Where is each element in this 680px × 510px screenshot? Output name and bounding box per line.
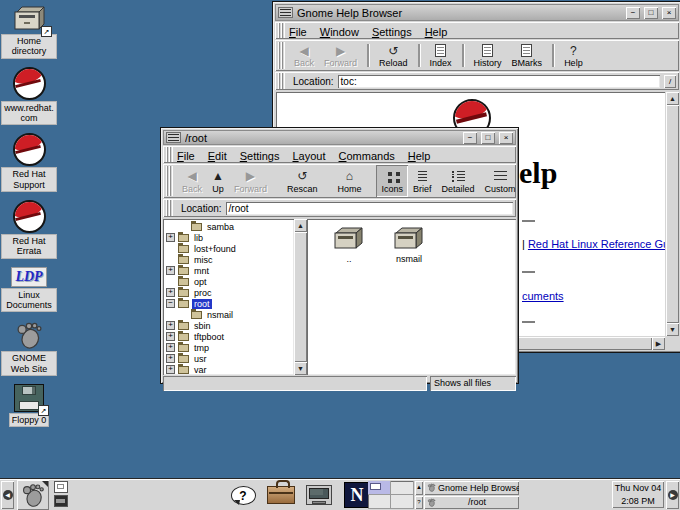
desktop-icon-floppy-0[interactable]: ↗Floppy 0 xyxy=(10,384,49,426)
desktop-icon-www-redhat-com[interactable]: www.redhat. com xyxy=(2,67,56,125)
desktop-icon-linux-documents[interactable]: LDPLinux Documents xyxy=(2,267,56,312)
tree-expander-icon[interactable]: + xyxy=(166,365,175,374)
task-button-gnome-help-browser[interactable]: Gnome Help Browser xyxy=(424,481,519,495)
main-menu-button[interactable] xyxy=(17,480,49,510)
vertical-scrollbar[interactable]: ▲ ▼ xyxy=(666,92,679,336)
minimize-button[interactable]: − xyxy=(626,7,640,19)
menu-window[interactable]: Window xyxy=(320,26,359,38)
tree-item-opt[interactable]: opt xyxy=(163,276,294,287)
scroll-down-icon[interactable]: ▼ xyxy=(294,362,307,375)
launcher-toolbox[interactable] xyxy=(266,481,296,509)
tree-expander-icon[interactable]: + xyxy=(166,288,175,297)
window-menu-icon[interactable] xyxy=(278,7,293,18)
desktop-icon-home-directory[interactable]: ↗Home directory xyxy=(2,3,56,58)
scroll-up-icon[interactable]: ▲ xyxy=(294,219,307,232)
handle-grip-icon[interactable] xyxy=(166,166,173,196)
tree-expander-icon[interactable]: + xyxy=(166,332,175,341)
desk-guide-cell[interactable] xyxy=(368,495,391,509)
toolbar-button-rescan[interactable]: ↺Rescan xyxy=(282,165,323,197)
fm-titlebar[interactable]: /root − □ × xyxy=(163,130,516,145)
scroll-right-icon[interactable]: ▶ xyxy=(652,337,665,350)
tree-item-misc[interactable]: misc xyxy=(163,254,294,265)
toolbar-button-home[interactable]: ⌂Home xyxy=(332,165,366,197)
panel-hide-right-button[interactable]: ▶ xyxy=(666,481,679,509)
tree-item-nsmail[interactable]: nsmail xyxy=(163,309,294,320)
tree-item-usr[interactable]: +usr xyxy=(163,353,294,364)
menu-file[interactable]: File xyxy=(289,26,307,38)
desktop-icon-red-hat-support[interactable]: Red Hat Support xyxy=(2,133,56,191)
tree-item-tmp[interactable]: +tmp xyxy=(163,342,294,353)
toolbar-button-back[interactable]: ◀Back xyxy=(289,41,319,70)
toolbar-button-back[interactable]: ◀Back xyxy=(177,165,207,197)
handle-grip-icon[interactable] xyxy=(166,200,173,216)
tree-item-var[interactable]: +var xyxy=(163,364,294,375)
desktop-thumbnail[interactable] xyxy=(54,495,68,507)
menu-commands[interactable]: Commands xyxy=(339,150,395,162)
file-icon-nsmail[interactable]: nsmail xyxy=(381,223,437,264)
desktop-thumbnail[interactable] xyxy=(54,481,68,493)
menu-settings[interactable]: Settings xyxy=(372,26,412,38)
location-input[interactable]: toc: xyxy=(338,75,660,88)
close-button[interactable]: × xyxy=(662,7,676,19)
toolbar-button-up[interactable]: ▲Up xyxy=(207,165,229,197)
toolbar-button-custom[interactable]: Custom xyxy=(480,165,521,197)
desktop-thumbnails-applet[interactable] xyxy=(53,481,69,509)
minimize-button[interactable]: − xyxy=(463,132,477,144)
maximize-button[interactable]: □ xyxy=(644,7,658,19)
tree-item-root[interactable]: −root xyxy=(163,298,294,309)
handle-grip-icon[interactable] xyxy=(278,23,285,38)
task-button-root[interactable]: /root xyxy=(424,496,519,510)
toolbar-button-bmarks[interactable]: BMarks xyxy=(507,41,548,70)
window-menu-icon[interactable] xyxy=(166,132,181,143)
menu-layout[interactable]: Layout xyxy=(292,150,325,162)
menu-edit[interactable]: Edit xyxy=(208,150,227,162)
link-documents-fragment[interactable]: cuments xyxy=(522,290,564,302)
tree-scrollbar[interactable]: ▲ ▼ xyxy=(294,219,307,375)
tree-item-tftpboot[interactable]: +tftpboot xyxy=(163,331,294,342)
toolbar-button-reload[interactable]: ↺Reload xyxy=(374,41,413,70)
desk-guide-cell[interactable] xyxy=(391,495,414,509)
menu-settings[interactable]: Settings xyxy=(240,150,280,162)
tree-item-samba[interactable]: samba xyxy=(163,221,294,232)
scroll-down-icon[interactable]: ▼ xyxy=(666,323,679,336)
desk-guide-cell-active[interactable] xyxy=(368,481,391,495)
tree-item-proc[interactable]: +proc xyxy=(163,287,294,298)
desk-guide-cell[interactable] xyxy=(391,481,414,495)
toolbar-button-icons[interactable]: Icons xyxy=(376,165,408,197)
toolbar-button-forward[interactable]: ▶Forward xyxy=(319,41,362,70)
tree-item-mnt[interactable]: +mnt xyxy=(163,265,294,276)
toolbar-button-history[interactable]: History xyxy=(469,41,507,70)
handle-grip-icon[interactable] xyxy=(166,147,173,162)
panel-hide-left-button[interactable]: ◀ xyxy=(1,481,14,509)
toolbar-button-forward[interactable]: ▶Forward xyxy=(229,165,272,197)
help-titlebar[interactable]: Gnome Help Browser − □ × xyxy=(275,4,679,21)
scrollbar-thumb[interactable] xyxy=(666,105,679,323)
tree-expander-icon[interactable]: + xyxy=(166,321,175,330)
toolbar-button-index[interactable]: Index xyxy=(425,41,457,70)
tree-item-lib[interactable]: +lib xyxy=(163,232,294,243)
link-reference-guide[interactable]: Red Hat Linux Reference Guide xyxy=(528,238,665,250)
tree-expander-icon[interactable]: + xyxy=(166,354,175,363)
menu-help[interactable]: Help xyxy=(408,150,431,162)
scroll-up-icon[interactable]: ▲ xyxy=(666,92,679,105)
tree-expander-icon[interactable]: − xyxy=(166,299,175,308)
maximize-button[interactable]: □ xyxy=(481,132,495,144)
handle-grip-icon[interactable] xyxy=(278,73,285,89)
launcher-help-bubble[interactable]: ? xyxy=(228,481,258,509)
clock-applet[interactable]: Thu Nov 04 2:08 PM xyxy=(612,481,664,508)
desk-guide-arrow-button[interactable]: ▲ xyxy=(415,481,423,495)
desktop-icon-gnome-web-site[interactable]: GNOME Web Site xyxy=(2,320,56,375)
scrollbar-thumb[interactable] xyxy=(294,232,307,362)
menu-help[interactable]: Help xyxy=(425,26,448,38)
file-icon-item[interactable]: .. xyxy=(321,223,377,264)
desktop-icon-red-hat-errata[interactable]: Red Hat Errata xyxy=(2,200,56,258)
tree-item-lost-found[interactable]: lost+found xyxy=(163,243,294,254)
menu-file[interactable]: File xyxy=(177,150,195,162)
toolbar-button-brief[interactable]: Brief xyxy=(408,165,437,197)
tree-item-sbin[interactable]: +sbin xyxy=(163,320,294,331)
close-button[interactable]: × xyxy=(499,132,513,144)
handle-grip-icon[interactable] xyxy=(278,42,285,69)
tree-expander-icon[interactable]: + xyxy=(166,233,175,242)
tree-expander-icon[interactable]: + xyxy=(166,343,175,352)
launcher-terminal[interactable] xyxy=(304,481,334,509)
